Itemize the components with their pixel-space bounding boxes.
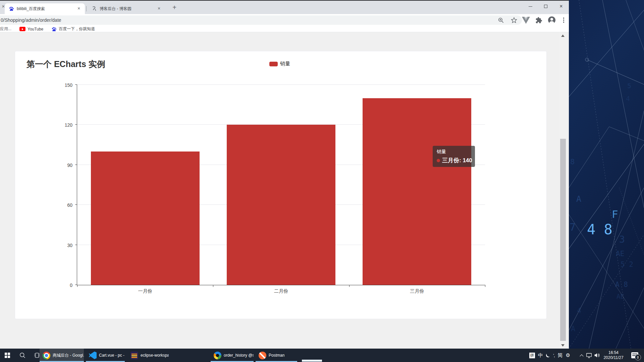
scroll-down-icon[interactable] [561, 344, 565, 347]
x-axis-label: 一月份 [77, 288, 213, 294]
postman-icon [259, 352, 266, 359]
x-axis-tick-mark [349, 285, 350, 287]
tab-title: bilibili_百度搜索 [17, 6, 74, 12]
tray-clock[interactable]: 16:54 2020/11/27 [602, 349, 625, 362]
browser-toolbar: 0/Shopping/admin/order/date [0, 14, 569, 26]
ime-cluster: 拼 中 ’, 简 ⚙ [529, 349, 570, 362]
tab-bilibili-baidu[interactable]: bilibili_百度搜索 × [5, 3, 85, 14]
tab-separator [86, 6, 87, 11]
bookmark-star-icon[interactable] [511, 17, 517, 23]
x-axis-label: 三月份 [349, 288, 485, 294]
vscode-icon [89, 352, 97, 359]
vue-devtools-icon[interactable] [522, 17, 530, 24]
taskbar-app-postman[interactable]: Postman [256, 349, 297, 362]
window-controls: × [523, 1, 569, 12]
taskbar-app-label: eclipse-workspac... [141, 353, 169, 358]
y-axis-tick-mark [75, 204, 77, 205]
new-tab-button[interactable]: + [170, 4, 179, 11]
bar-一月份[interactable] [91, 152, 200, 285]
taskbar-app-label: Postman [269, 353, 284, 358]
taskbar-app-label: order_history @s... [224, 353, 254, 358]
taskbar-app-eclipse[interactable]: eclipse-workspac... [127, 349, 169, 362]
minimize-button[interactable] [523, 1, 538, 12]
maximize-button[interactable] [538, 1, 553, 12]
eclipse-icon [130, 352, 138, 359]
address-bar[interactable]: 0/Shopping/admin/order/date [0, 15, 522, 25]
profile-avatar[interactable] [548, 16, 556, 24]
chart-tooltip: 销量 三月份: 140 [433, 146, 475, 167]
taskbar-app-label: 商城后台 - Googl... [53, 353, 84, 358]
y-axis-tick-label: 150 [56, 82, 72, 88]
bookmark-youtube[interactable]: YouTube [19, 27, 43, 32]
y-axis-tick-label: 0 [56, 283, 72, 288]
omnibox-icons [498, 15, 517, 25]
x-axis-label: 二月份 [213, 288, 349, 294]
youtube-icon [19, 27, 25, 31]
ime-settings-gear-icon[interactable]: ⚙ [566, 352, 570, 358]
tray-volume-icon[interactable] [594, 349, 600, 362]
zoom-in-icon[interactable] [498, 17, 504, 23]
taskbar-app-chrome[interactable]: 商城后台 - Googl... [40, 349, 84, 362]
minimize-icon [529, 6, 532, 7]
tab-title: 博客后台 - 博客园 [100, 6, 154, 12]
ime-pinyin-badge[interactable]: 拼 [529, 353, 535, 358]
url-text[interactable]: 0/Shopping/admin/order/date [1, 17, 61, 23]
bookmark-baidu[interactable]: 百度一下，你就知道 [51, 26, 95, 32]
ime-punctuation-toggle[interactable]: ’, [553, 353, 555, 358]
cnblogs-favicon-icon [92, 6, 97, 11]
tooltip-value: 三月份: 140 [442, 157, 472, 164]
tray-show-hidden-icons[interactable] [578, 349, 586, 362]
bar-二月份[interactable] [227, 125, 335, 285]
tray-date: 2020/11/27 [603, 355, 623, 360]
scroll-up-icon[interactable] [561, 35, 565, 37]
bookmark-label: YouTube [28, 27, 43, 32]
bookmark-apps[interactable]: 应用... [0, 26, 11, 32]
close-button[interactable]: × [553, 1, 569, 12]
tab-close-icon[interactable]: × [76, 6, 82, 11]
taskbar-flash-underline [302, 360, 322, 362]
tab-close-icon[interactable]: × [156, 6, 162, 11]
tray-time: 16:54 [608, 350, 619, 355]
extensions-puzzle-icon[interactable] [535, 17, 542, 24]
x-axis-tick-mark [77, 285, 77, 287]
legend-swatch [269, 62, 278, 66]
tooltip-marker-icon [437, 159, 440, 162]
close-icon: × [559, 4, 562, 9]
page-title: 第一个 ECharts 实例 [26, 59, 105, 70]
y-axis-tick-mark [75, 124, 77, 125]
maximize-icon [544, 5, 547, 8]
bar-三月份[interactable] [363, 98, 471, 285]
y-axis-tick-mark [75, 84, 77, 85]
page-content: 第一个 ECharts 实例 销量 销量 三月份: 140 0306090120… [0, 32, 569, 349]
taskbar-app-navicat[interactable]: order_history @s... [211, 349, 254, 362]
tray-network-icon[interactable] [586, 349, 592, 362]
ime-language-toggle[interactable]: 中 [538, 352, 543, 359]
navicat-icon [214, 352, 221, 359]
chrome-icon [43, 352, 50, 359]
legend-label: 销量 [280, 61, 290, 67]
chevron-up-icon [580, 354, 583, 358]
desktop-wallpaper [569, 0, 644, 349]
bookmarks-bar: 应用... YouTube 百度一下，你就知道 [0, 26, 569, 32]
x-axis-tick-mark [213, 285, 213, 287]
page-scrollbar[interactable] [559, 32, 567, 349]
baidu-paw-icon [51, 26, 57, 32]
browser-menu-icon[interactable] [561, 17, 567, 23]
ime-simplified-toggle[interactable]: 简 [558, 352, 563, 359]
chart-legend[interactable]: 销量 [269, 61, 290, 67]
tooltip-series: 销量 [437, 148, 471, 155]
x-axis-tick-mark [485, 285, 485, 287]
tab-cnblogs[interactable]: 博客后台 - 博客园 × [88, 3, 165, 14]
browser-window: × bilibili_百度搜索 × 博客后台 - 博客园 × + [0, 0, 569, 349]
ime-fullwidth-moon-icon[interactable] [546, 353, 550, 357]
action-center-button[interactable]: 8 [628, 349, 641, 362]
y-axis-tick-mark [75, 165, 77, 165]
scrollbar-thumb[interactable] [560, 139, 566, 341]
screen: 4 8FA73AE5 2A 8AE5484A × bilibili_百度搜索 ×… [0, 0, 644, 362]
taskbar-app-vscode[interactable]: Cart.vue - pc - Vi... [86, 349, 125, 362]
gridline [77, 84, 485, 85]
chart-card: 第一个 ECharts 实例 销量 销量 三月份: 140 0306090120… [15, 51, 547, 319]
taskbar: 商城后台 - Googl...Cart.vue - pc - Vi...ecli… [0, 349, 644, 362]
taskbar-apps: 商城后台 - Googl...Cart.vue - pc - Vi...ecli… [0, 349, 335, 362]
notification-icon: 8 [631, 352, 638, 358]
